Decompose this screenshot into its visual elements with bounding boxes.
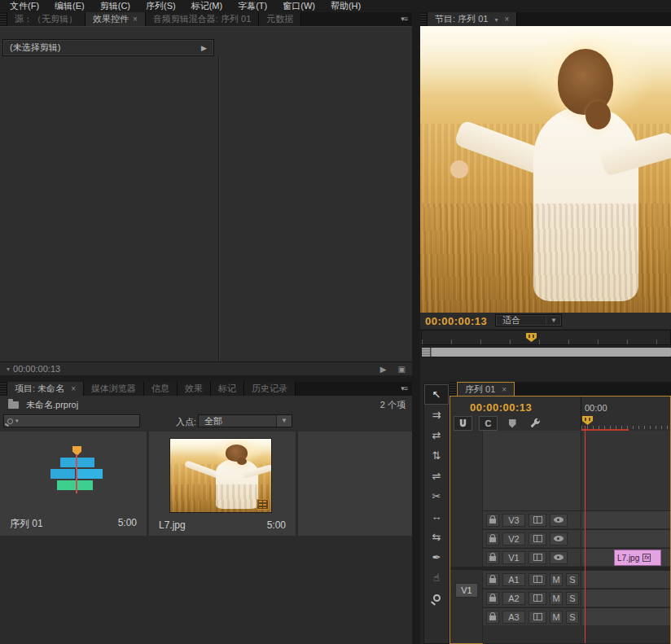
item-name[interactable]: 序列 01 <box>10 517 43 531</box>
zoom-level-select[interactable]: 适合 ▼ <box>495 314 562 326</box>
solo-toggle[interactable]: S <box>566 611 579 624</box>
project-item-sequence[interactable]: 序列 01 5:00 <box>0 432 149 536</box>
panel-grip[interactable] <box>0 382 7 396</box>
track-a2-lane[interactable] <box>581 589 670 607</box>
playhead-line[interactable] <box>585 426 585 643</box>
panel-menu-icon[interactable]: ▾≡ <box>396 12 412 26</box>
thumbnail[interactable] <box>169 438 272 513</box>
track-v3-lane[interactable] <box>581 511 670 528</box>
mute-toggle[interactable]: M <box>550 573 563 586</box>
lock-toggle[interactable] <box>486 514 499 527</box>
horizontal-splitter[interactable] <box>0 375 412 382</box>
tab-program-monitor[interactable]: 节目: 序列 01 ▾ × <box>428 12 517 26</box>
linked-selection-button[interactable]: C <box>479 416 498 431</box>
lock-toggle[interactable] <box>486 573 499 586</box>
in-point-select[interactable]: 全部 ▼ <box>198 414 292 427</box>
project-item-still[interactable]: L7.jpg 5:00 <box>149 432 298 536</box>
lock-toggle[interactable] <box>486 551 499 564</box>
tab-source-monitor[interactable]: 源：（无剪辑） <box>7 12 86 26</box>
scrollbar-left-cap[interactable] <box>422 348 431 357</box>
rate-stretch-tool[interactable]: ⇌ <box>424 466 449 486</box>
program-scrollbar[interactable] <box>421 347 671 357</box>
track-name[interactable]: A3 <box>502 611 525 624</box>
program-video-frame[interactable] <box>420 26 671 313</box>
slide-tool[interactable]: ⇆ <box>424 527 449 547</box>
track-select-tool[interactable]: ⇉ <box>424 405 449 425</box>
program-playhead[interactable] <box>526 333 537 342</box>
lock-toggle[interactable] <box>486 532 499 545</box>
selection-tool[interactable]: ↖ <box>424 384 449 405</box>
add-marker-button[interactable] <box>504 416 520 431</box>
menu-window[interactable]: 窗口(W) <box>275 0 323 12</box>
menu-file[interactable]: 文件(F) <box>2 0 47 12</box>
tab-effects[interactable]: 效果 <box>178 382 211 396</box>
track-display-toggle[interactable] <box>528 592 546 605</box>
timeline-timecode[interactable]: 00:00:00:13 <box>470 401 532 414</box>
timeline-clip[interactable]: L7.jpg fx <box>614 550 661 566</box>
track-name[interactable]: V2 <box>502 532 525 545</box>
mute-toggle[interactable]: M <box>550 592 563 605</box>
clip-selector-bar[interactable]: (未选择剪辑) ▶ <box>2 39 214 56</box>
tab-info[interactable]: 信息 <box>144 382 178 396</box>
menu-edit[interactable]: 编辑(E) <box>47 0 93 12</box>
zoom-tool[interactable] <box>424 588 449 608</box>
track-name[interactable]: A2 <box>502 592 525 605</box>
source-patch-v1[interactable]: V1 <box>455 583 478 598</box>
timeline-playhead[interactable] <box>582 416 593 425</box>
track-v2-lane[interactable] <box>581 530 670 547</box>
ripple-edit-tool[interactable]: ⇄ <box>424 425 449 445</box>
play-audio-icon[interactable]: ▶ <box>380 365 387 374</box>
tab-metadata[interactable]: 元数据 <box>259 12 301 26</box>
panel-grip[interactable] <box>420 12 428 26</box>
timeline-ruler[interactable]: 00:00 <box>581 396 670 429</box>
chevron-down-icon[interactable]: ▾ <box>494 16 498 24</box>
project-file-name[interactable]: 未命名.prproj <box>26 399 78 411</box>
frame-icon[interactable]: ▣ <box>398 365 406 374</box>
tab-audio-mixer[interactable]: 音频剪辑混合器: 序列 01 <box>146 12 259 26</box>
mute-toggle[interactable]: M <box>550 611 563 624</box>
track-a1-lane[interactable] <box>581 571 670 588</box>
scrollbar-thumb[interactable] <box>432 348 671 357</box>
track-name[interactable]: A1 <box>502 573 525 586</box>
solo-toggle[interactable]: S <box>566 592 579 605</box>
tab-history[interactable]: 历史记录 <box>244 382 296 396</box>
slip-tool[interactable]: ↔ <box>424 506 449 527</box>
rolling-edit-tool[interactable]: ⇅ <box>424 445 449 466</box>
effect-controls-timecode[interactable]: 00:00:00:13 <box>13 364 60 374</box>
search-input[interactable]: ▾ <box>3 414 140 427</box>
tab-media-browser[interactable]: 媒体浏览器 <box>84 382 144 396</box>
pen-tool[interactable]: ✒ <box>424 547 449 567</box>
chevron-right-icon[interactable]: ▶ <box>201 44 207 52</box>
track-display-toggle[interactable] <box>528 573 546 586</box>
panel-grip[interactable] <box>450 382 457 396</box>
close-icon[interactable]: × <box>505 15 510 24</box>
tab-timeline-sequence[interactable]: 序列 01 × <box>457 382 515 396</box>
track-output-toggle[interactable] <box>550 532 568 545</box>
program-timecode[interactable]: 00:00:00:13 <box>425 315 487 327</box>
snap-button[interactable] <box>454 416 472 431</box>
track-a3-lane[interactable] <box>581 608 670 625</box>
razor-tool[interactable]: ✂ <box>424 486 449 506</box>
menu-help[interactable]: 帮助(H) <box>323 0 369 12</box>
track-output-toggle[interactable] <box>550 551 568 564</box>
track-name[interactable]: V1 <box>502 551 525 564</box>
solo-toggle[interactable]: S <box>566 573 579 586</box>
track-name[interactable]: V3 <box>502 514 525 527</box>
hand-tool[interactable]: ☝ <box>424 567 449 588</box>
menu-marker[interactable]: 标记(M) <box>184 0 231 12</box>
track-display-toggle[interactable] <box>528 532 546 545</box>
timeline-settings-button[interactable] <box>527 416 543 431</box>
lock-toggle[interactable] <box>486 611 499 624</box>
program-mini-timeline[interactable] <box>421 330 671 345</box>
menu-title[interactable]: 字幕(T) <box>230 0 275 12</box>
track-display-toggle[interactable] <box>528 514 546 527</box>
close-icon[interactable]: × <box>133 15 138 24</box>
track-output-toggle[interactable] <box>550 514 568 527</box>
effect-controls-divider[interactable] <box>218 56 219 363</box>
tab-effect-controls[interactable]: 效果控件× <box>86 12 146 26</box>
close-icon[interactable]: × <box>71 384 76 393</box>
search-dropdown-icon[interactable]: ▾ <box>15 418 19 424</box>
menu-clip[interactable]: 剪辑(C) <box>93 0 138 12</box>
close-icon[interactable]: × <box>502 385 507 394</box>
lock-toggle[interactable] <box>486 592 499 605</box>
